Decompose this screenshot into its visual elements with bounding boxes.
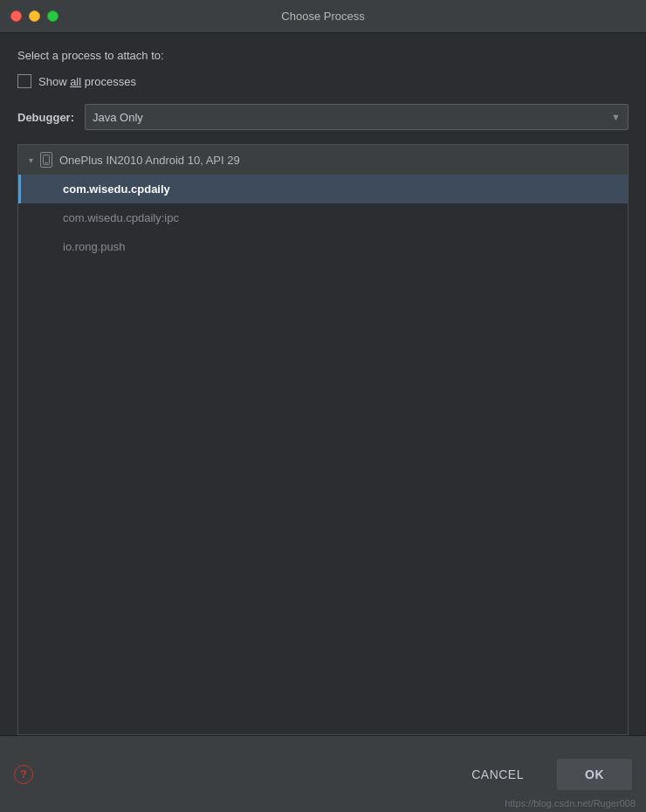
device-icon — [40, 152, 52, 168]
traffic-lights — [10, 10, 58, 22]
chevron-down-icon: ▼ — [611, 112, 621, 122]
dialog-title: Choose Process — [281, 10, 364, 23]
process-name: com.wisedu.cpdaily:ipc — [63, 211, 179, 224]
maximize-button[interactable] — [47, 10, 58, 22]
list-item[interactable]: com.wisedu.cpdaily — [18, 175, 628, 203]
device-name: OnePlus IN2010 Android 10, API 29 — [59, 154, 240, 167]
debugger-row: Debugger: Java Only ▼ — [17, 104, 629, 130]
debugger-value: Java Only — [93, 111, 606, 124]
process-name: io.rong.push — [63, 240, 126, 253]
footer: ? CANCEL OK https://blog.csdn.net/Ruger0… — [0, 735, 646, 812]
debugger-dropdown[interactable]: Java Only ▼ — [85, 104, 629, 130]
debugger-label: Debugger: — [17, 111, 74, 124]
footer-buttons: CANCEL OK — [447, 759, 632, 790]
show-all-checkbox[interactable] — [17, 74, 31, 88]
help-icon[interactable]: ? — [14, 765, 33, 784]
section-label: Select a process to attach to: — [17, 49, 629, 62]
url-hint: https://blog.csdn.net/Ruger008 — [505, 798, 636, 809]
process-name: com.wisedu.cpdaily — [63, 182, 170, 196]
show-all-label: Show all processes — [38, 75, 136, 88]
close-button[interactable] — [10, 10, 22, 22]
expand-chevron-icon[interactable]: ▾ — [29, 155, 33, 165]
show-all-row: Show all processes — [17, 74, 629, 88]
dialog-content: Select a process to attach to: Show all … — [0, 33, 646, 735]
minimize-button[interactable] — [29, 10, 40, 22]
list-item[interactable]: io.rong.push — [18, 232, 628, 261]
device-header: ▾ OnePlus IN2010 Android 10, API 29 — [18, 145, 628, 175]
process-list: ▾ OnePlus IN2010 Android 10, API 29 com.… — [17, 144, 629, 735]
list-item[interactable]: com.wisedu.cpdaily:ipc — [18, 203, 628, 232]
cancel-button[interactable]: CANCEL — [447, 759, 548, 790]
title-bar: Choose Process — [0, 0, 646, 33]
ok-button[interactable]: OK — [557, 759, 632, 790]
